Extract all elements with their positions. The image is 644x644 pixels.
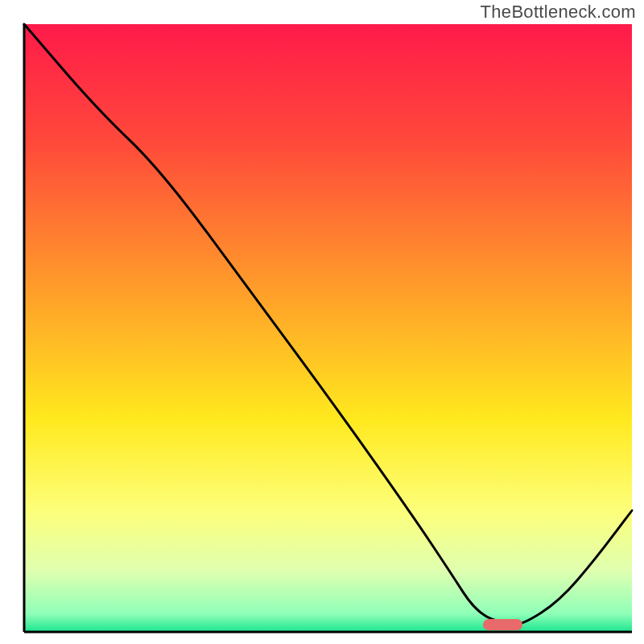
bottleneck-chart [0,0,644,644]
gradient-background [24,24,632,632]
watermark-text: TheBottleneck.com [481,2,636,23]
optimal-range-marker [483,619,522,630]
chart-container: TheBottleneck.com [0,0,644,644]
